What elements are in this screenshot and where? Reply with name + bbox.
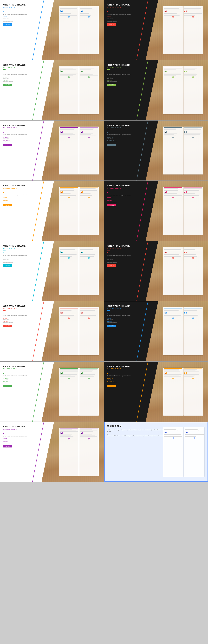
card-9: CREATIVE IMAGEPLACEHOLDER▸Ut wisi enim a…	[0, 241, 104, 301]
meta-text-1: enim ad minim	[3, 379, 44, 380]
doc-page	[79, 126, 99, 174]
accent-divider	[3, 431, 6, 431]
accent-divider	[3, 250, 6, 250]
meta-label-1: Ut wisi —	[108, 378, 148, 379]
card-4: CREATIVE IMAGEPLACEHOLDER▸Ut wisi enim a…	[104, 60, 208, 120]
meta-text-1: enim ad minim	[3, 138, 44, 140]
doc-page	[183, 187, 203, 235]
meta-text-2: exerci tation ullamcorper	[108, 202, 148, 203]
action-button[interactable]: Find out	[3, 445, 12, 448]
card-8: CREATIVE IMAGEPLACEHOLDER▸Ut wisi enim a…	[104, 181, 208, 241]
meta-section: Ut wisi —enim ad minimNostrud —exerci ta…	[3, 258, 44, 263]
card-11: CREATIVE IMAGEPLACEHOLDER▸Ut wisi enim a…	[0, 301, 104, 361]
action-button[interactable]: Find out	[3, 204, 12, 206]
meta-text-1: enim ad minim	[3, 78, 44, 79]
meta-section: Ut wisi —enim ad minimNostrud —exerci ta…	[3, 137, 44, 142]
doc-page	[59, 66, 78, 114]
doc-page	[183, 368, 203, 416]
card-2: CREATIVE IMAGEPLACEHOLDER▸Ut wisi enim a…	[104, 0, 208, 60]
action-button[interactable]: Find out	[108, 204, 116, 206]
card-body: Ut wisi enim ad minim veniam, quis nostr…	[108, 74, 148, 75]
meta-text-2: exerci tation ullamcorper	[3, 322, 44, 324]
doc-page	[184, 427, 204, 477]
doc-page	[163, 307, 183, 355]
meta-label-2: Nostrud —	[108, 20, 148, 20]
action-button[interactable]: Find out	[3, 385, 12, 387]
meta-text-1: enim ad minim	[108, 138, 148, 140]
action-button[interactable]: Find out	[108, 385, 116, 387]
meta-label-1: Ut wisi —	[3, 77, 44, 78]
doc-mock	[59, 307, 99, 355]
meta-text-2: exerci tation ullamcorper	[108, 382, 148, 384]
doc-mock	[59, 66, 99, 114]
action-button[interactable]: Find out	[3, 264, 12, 267]
meta-text-1: enim ad minim	[108, 198, 148, 200]
accent-divider	[108, 310, 110, 311]
doc-page	[79, 247, 99, 295]
action-button[interactable]: Find out	[3, 144, 12, 146]
doc-page	[79, 187, 99, 235]
doc-mock	[163, 66, 203, 114]
doc-mock	[59, 126, 99, 174]
doc-mock	[163, 247, 203, 295]
card-3: CREATIVE IMAGEPLACEHOLDER▸Ut wisi enim a…	[0, 60, 104, 120]
card-body: Ut wisi enim ad minim veniam, quis nostr…	[3, 315, 44, 316]
doc-page	[59, 247, 78, 295]
meta-text-1: enim ad minim	[3, 198, 44, 200]
card-16: 预览效果显示Ut labore et dolore magna aliquyam…	[104, 422, 208, 482]
meta-section: Ut wisi —enim ad minimNostrud —exerci ta…	[3, 197, 44, 203]
meta-text-2: exerci tation ullamcorper	[3, 262, 44, 263]
doc-page	[183, 66, 203, 114]
card-body: Ut wisi enim ad minim veniam, quis nostr…	[108, 14, 148, 15]
action-button[interactable]: Find out	[108, 84, 116, 86]
doc-page	[79, 66, 99, 114]
meta-text-2: exerci tation ullamcorper	[3, 382, 44, 384]
meta-section: Ut wisi —enim ad minimNostrud —exerci ta…	[108, 318, 148, 324]
action-button[interactable]: Find out	[108, 264, 116, 267]
card-14: CREATIVE IMAGEPLACEHOLDER▸Ut wisi enim a…	[104, 362, 208, 422]
action-button[interactable]: Find out	[108, 23, 116, 26]
meta-section: Ut wisi —enim ad minimNostrud —exerci ta…	[108, 378, 148, 384]
meta-text-2: exerci tation ullamcorper	[108, 21, 148, 22]
accent-divider	[108, 130, 110, 130]
action-button[interactable]: Find out	[3, 325, 12, 327]
accent-divider	[3, 130, 6, 130]
doc-page	[163, 6, 183, 54]
meta-label-2: Nostrud —	[3, 80, 44, 81]
meta-label-2: Nostrud —	[3, 441, 44, 442]
meta-section: Ut wisi —enim ad minimNostrud —exerci ta…	[108, 77, 148, 82]
meta-label-2: Nostrud —	[108, 381, 148, 382]
doc-page	[79, 6, 99, 54]
doc-mock	[163, 368, 203, 416]
card-body: Ut wisi enim ad minim veniam, quis nostr…	[3, 254, 44, 256]
accent-divider	[108, 69, 110, 70]
accent-divider	[3, 190, 6, 190]
meta-label-1: Ut wisi —	[3, 318, 44, 319]
meta-text-1: enim ad minim	[108, 78, 148, 79]
card-body: Ut wisi enim ad minim veniam, quis nostr…	[108, 254, 148, 256]
meta-label-1: Ut wisi —	[108, 77, 148, 78]
card-12: CREATIVE IMAGEPLACEHOLDER▸Ut wisi enim a…	[104, 301, 208, 361]
meta-label-1: Ut wisi —	[108, 137, 148, 138]
accent-divider	[3, 310, 6, 311]
meta-label-2: Nostrud —	[3, 381, 44, 382]
action-button[interactable]: Find out	[3, 23, 12, 26]
action-button[interactable]: Find out	[108, 144, 116, 146]
card-body: Ut wisi enim ad minim veniam, quis nostr…	[3, 14, 44, 15]
meta-text-2: exerci tation ullamcorper	[3, 21, 44, 22]
meta-text-1: enim ad minim	[3, 440, 44, 441]
meta-section: Ut wisi —enim ad minimNostrud —exerci ta…	[108, 137, 148, 142]
meta-section: Ut wisi —enim ad minimNostrud —exerci ta…	[3, 77, 44, 82]
card-body: Ut wisi enim ad minim veniam, quis nostr…	[3, 375, 44, 377]
action-button[interactable]: Find out	[3, 84, 12, 86]
action-button[interactable]: Find out	[108, 325, 116, 327]
accent-divider	[108, 371, 110, 371]
doc-page	[183, 247, 203, 295]
meta-label-2: Nostrud —	[108, 140, 148, 141]
meta-label-2: Nostrud —	[108, 321, 148, 322]
meta-text-2: exerci tation ullamcorper	[3, 202, 44, 203]
meta-text-1: enim ad minim	[3, 18, 44, 19]
doc-mock	[163, 187, 203, 235]
card-10: CREATIVE IMAGEPLACEHOLDER▸Ut wisi enim a…	[104, 241, 208, 301]
doc-mock	[59, 6, 99, 54]
